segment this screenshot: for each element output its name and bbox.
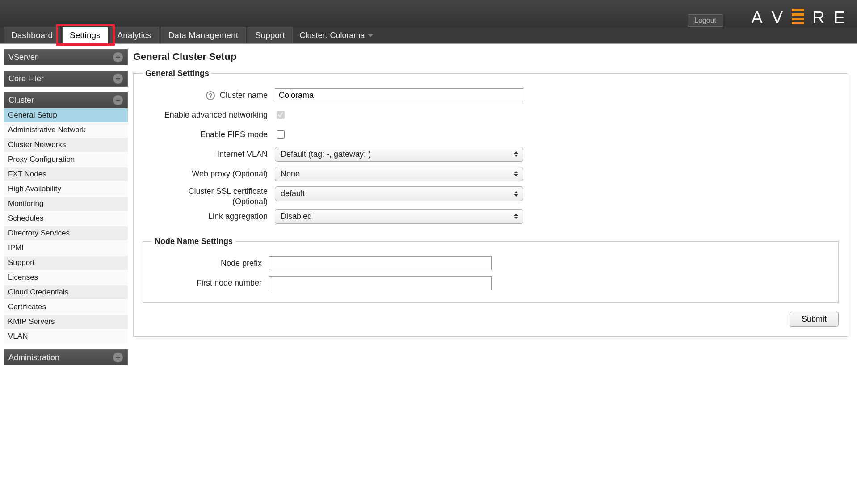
sidebar-item-ipmi[interactable]: IPMI bbox=[4, 241, 128, 256]
select-caret-icon bbox=[514, 151, 518, 157]
internet-vlan-value: Default (tag: -, gateway: ) bbox=[281, 150, 371, 159]
sidebar-item-licenses[interactable]: Licenses bbox=[4, 270, 128, 285]
node-prefix-input[interactable] bbox=[269, 256, 492, 270]
tab-data-management[interactable]: Data Management bbox=[161, 27, 246, 43]
sidebar: VServer Core Filer Cluster General Setup… bbox=[4, 49, 128, 365]
sidebar-section-vserver[interactable]: VServer bbox=[4, 49, 128, 65]
select-caret-icon bbox=[514, 191, 518, 197]
link-agg-select[interactable]: Disabled bbox=[275, 209, 523, 224]
ssl-cert-value: default bbox=[281, 189, 305, 198]
logo-letter-e: E bbox=[834, 8, 846, 27]
sidebar-item-directory-services[interactable]: Directory Services bbox=[4, 226, 128, 241]
label-first-node-number: First node number bbox=[152, 278, 264, 288]
logo-letter-v: V bbox=[772, 8, 784, 27]
enable-fips-checkbox[interactable] bbox=[277, 130, 285, 139]
sidebar-item-certificates[interactable]: Certificates bbox=[4, 300, 128, 315]
top-bar: Logout A V R E bbox=[0, 0, 857, 28]
select-caret-icon bbox=[514, 214, 518, 219]
cluster-name: Colorama bbox=[330, 31, 365, 40]
tab-dashboard[interactable]: Dashboard bbox=[4, 27, 60, 43]
sidebar-item-proxy-configuration[interactable]: Proxy Configuration bbox=[4, 152, 128, 167]
sidebar-item-monitoring[interactable]: Monitoring bbox=[4, 197, 128, 211]
sidebar-section-cluster[interactable]: Cluster bbox=[4, 92, 128, 108]
node-name-settings-fieldset: Node Name Settings Node prefix First nod… bbox=[143, 237, 839, 303]
sidebar-section-label: Administration bbox=[8, 353, 59, 362]
ssl-cert-select[interactable]: default bbox=[275, 186, 523, 201]
logo-letter-a: A bbox=[751, 8, 763, 27]
logo-letter-r: R bbox=[812, 8, 825, 27]
help-icon[interactable]: ? bbox=[206, 91, 215, 100]
web-proxy-select[interactable]: None bbox=[275, 167, 523, 181]
label-link-agg: Link aggregation bbox=[143, 211, 269, 222]
tab-settings[interactable]: Settings bbox=[62, 27, 108, 43]
label-cluster-name: ? Cluster name bbox=[143, 90, 269, 101]
node-name-settings-legend: Node Name Settings bbox=[152, 237, 235, 246]
expand-icon bbox=[113, 353, 123, 362]
label-ssl-cert: Cluster SSL certificate (Optional) bbox=[143, 186, 269, 206]
first-node-number-input[interactable] bbox=[269, 276, 492, 290]
sidebar-section-label: Cluster bbox=[8, 96, 34, 105]
brand-logo: A V R E bbox=[751, 8, 846, 27]
label-enable-fips: Enable FIPS mode bbox=[143, 130, 269, 140]
sidebar-cluster-items: General Setup Administrative Network Clu… bbox=[4, 108, 128, 344]
tab-support[interactable]: Support bbox=[248, 27, 293, 43]
tab-analytics[interactable]: Analytics bbox=[110, 27, 159, 43]
content-area: General Cluster Setup General Settings ?… bbox=[133, 49, 853, 346]
sidebar-item-fxt-nodes[interactable]: FXT Nodes bbox=[4, 167, 128, 182]
collapse-icon bbox=[113, 95, 123, 105]
sidebar-item-high-availability[interactable]: High Availability bbox=[4, 182, 128, 197]
label-node-prefix: Node prefix bbox=[152, 258, 264, 269]
sidebar-item-schedules[interactable]: Schedules bbox=[4, 211, 128, 226]
enable-adv-net-checkbox[interactable] bbox=[277, 111, 285, 119]
label-enable-adv-net: Enable advanced networking bbox=[143, 110, 269, 120]
sidebar-item-cloud-credentials[interactable]: Cloud Credentials bbox=[4, 285, 128, 300]
internet-vlan-select[interactable]: Default (tag: -, gateway: ) bbox=[275, 147, 523, 162]
submit-button[interactable]: Submit bbox=[790, 312, 839, 327]
sidebar-section-label: VServer bbox=[8, 53, 38, 62]
general-settings-fieldset: General Settings ? Cluster name Enable a… bbox=[133, 69, 848, 337]
label-web-proxy: Web proxy (Optional) bbox=[143, 169, 269, 179]
nav-tabs: Dashboard Settings Analytics Data Manage… bbox=[0, 28, 857, 44]
chevron-down-icon bbox=[368, 34, 373, 37]
sidebar-item-cluster-networks[interactable]: Cluster Networks bbox=[4, 138, 128, 152]
sidebar-item-vlan[interactable]: VLAN bbox=[4, 329, 128, 344]
cluster-name-input[interactable] bbox=[275, 88, 523, 102]
page-title: General Cluster Setup bbox=[133, 51, 848, 63]
sidebar-section-core-filer[interactable]: Core Filer bbox=[4, 71, 128, 87]
sidebar-section-label: Core Filer bbox=[8, 74, 44, 84]
web-proxy-value: None bbox=[281, 169, 300, 178]
select-caret-icon bbox=[514, 171, 518, 176]
cluster-prefix: Cluster: bbox=[300, 31, 328, 40]
cluster-selector[interactable]: Cluster: Colorama bbox=[294, 28, 378, 43]
sidebar-item-administrative-network[interactable]: Administrative Network bbox=[4, 123, 128, 138]
link-agg-value: Disabled bbox=[281, 212, 312, 221]
sidebar-section-administration[interactable]: Administration bbox=[4, 349, 128, 365]
label-internet-vlan: Internet VLAN bbox=[143, 149, 269, 160]
logo-e-icon bbox=[792, 9, 804, 24]
logout-button[interactable]: Logout bbox=[688, 14, 723, 27]
expand-icon bbox=[113, 74, 123, 84]
general-settings-legend: General Settings bbox=[143, 69, 212, 78]
sidebar-item-support[interactable]: Support bbox=[4, 256, 128, 270]
expand-icon bbox=[113, 52, 123, 62]
sidebar-item-general-setup[interactable]: General Setup bbox=[4, 108, 128, 123]
sidebar-item-kmip-servers[interactable]: KMIP Servers bbox=[4, 315, 128, 329]
